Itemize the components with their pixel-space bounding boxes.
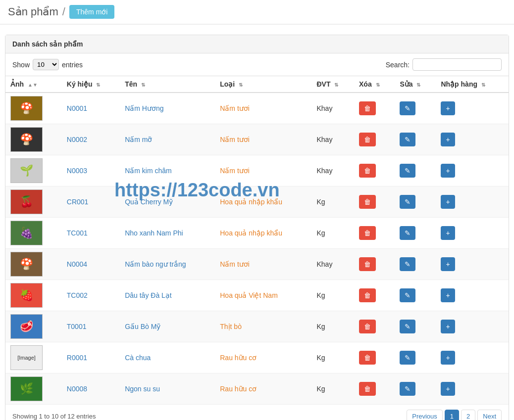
edit-button[interactable]: ✎ xyxy=(400,164,415,178)
delete-button[interactable]: 🗑 xyxy=(359,164,376,178)
import-button[interactable]: + xyxy=(441,288,455,302)
add-new-button[interactable]: Thêm mới xyxy=(69,5,114,19)
import-button[interactable]: + xyxy=(441,320,455,333)
cell-nhap-hang: + xyxy=(436,311,509,342)
sort-loai-icon: ⇅ xyxy=(239,82,243,88)
delete-button[interactable]: 🗑 xyxy=(359,133,376,146)
cell-xoa: 🗑 xyxy=(354,124,395,155)
delete-button[interactable]: 🗑 xyxy=(359,288,376,302)
delete-button[interactable]: 🗑 xyxy=(359,382,376,396)
delete-button[interactable]: 🗑 xyxy=(359,320,376,333)
edit-button[interactable]: ✎ xyxy=(400,382,415,396)
cell-image: 🌿 xyxy=(5,373,62,405)
delete-button[interactable]: 🗑 xyxy=(359,195,376,209)
cell-nhap-hang: + xyxy=(436,373,509,405)
cell-sua: ✎ xyxy=(395,311,436,342)
import-button[interactable]: + xyxy=(441,382,455,396)
cell-loai: Hoa quả Việt Nam xyxy=(215,280,311,311)
table-row: 🍄 N0001 Nấm Hương Nấm tươi Khay 🗑 ✎ + xyxy=(5,93,509,124)
header-separator: / xyxy=(62,5,65,18)
col-dvt[interactable]: ĐVT ⇅ xyxy=(311,76,354,93)
cell-ky-hieu: TC001 xyxy=(62,218,120,249)
import-button[interactable]: + xyxy=(441,257,455,271)
cell-xoa: 🗑 xyxy=(354,187,395,218)
import-button[interactable]: + xyxy=(441,351,455,365)
cell-xoa: 🗑 xyxy=(354,280,395,311)
cell-loai: Rau hữu cơ xyxy=(215,342,311,373)
delete-button[interactable]: 🗑 xyxy=(359,101,376,115)
cell-ky-hieu: N0008 xyxy=(62,373,120,405)
edit-button[interactable]: ✎ xyxy=(400,195,415,209)
edit-button[interactable]: ✎ xyxy=(400,351,415,365)
table-row: 🌿 N0008 Ngon su su Rau hữu cơ Kg 🗑 ✎ + xyxy=(5,373,509,405)
cell-ten: Quả Cherry Mỹ xyxy=(120,187,215,218)
cell-image: 🍄 xyxy=(5,249,62,280)
cell-sua: ✎ xyxy=(395,342,436,373)
entries-label: entries xyxy=(62,61,83,69)
delete-button[interactable]: 🗑 xyxy=(359,257,376,271)
cell-xoa: 🗑 xyxy=(354,373,395,405)
cell-sua: ✎ xyxy=(395,373,436,405)
cell-dvt: Kg xyxy=(311,218,354,249)
import-button[interactable]: + xyxy=(441,164,455,178)
cell-image: [Image] xyxy=(5,342,62,373)
cell-ten: Nấm bào ngư trắng xyxy=(120,249,215,280)
page-1-button[interactable]: 1 xyxy=(445,410,459,420)
page-2-button[interactable]: 2 xyxy=(461,410,475,420)
previous-button[interactable]: Previous xyxy=(407,410,443,420)
col-ten[interactable]: Tên ⇅ xyxy=(120,76,215,93)
cell-loai: Hoa quả nhập khẩu xyxy=(215,218,311,249)
table-row: 🥩 T0001 Gấu Bò Mỹ Thịt bò Kg 🗑 ✎ + xyxy=(5,311,509,342)
col-nhap-hang[interactable]: Nhập hàng ⇅ xyxy=(436,76,509,93)
col-sua[interactable]: Sửa ⇅ xyxy=(395,76,436,93)
cell-nhap-hang: + xyxy=(436,342,509,373)
cell-sua: ✎ xyxy=(395,249,436,280)
sort-anh-icon: ▲▼ xyxy=(28,82,38,88)
edit-button[interactable]: ✎ xyxy=(400,101,415,115)
col-loai[interactable]: Loại ⇅ xyxy=(215,76,311,93)
cell-image: 🍄 xyxy=(5,124,62,155)
edit-button[interactable]: ✎ xyxy=(400,133,415,146)
show-label: Show xyxy=(12,61,30,69)
cell-image: 🍄 xyxy=(5,93,62,124)
col-ky-hieu[interactable]: Ký hiệu ⇅ xyxy=(62,76,120,93)
import-button[interactable]: + xyxy=(441,133,455,146)
table-footer: Showing 1 to 10 of 12 entries Previous 1… xyxy=(5,405,509,420)
pagination: Previous 1 2 Next xyxy=(407,410,502,420)
col-anh[interactable]: Ảnh ▲▼ xyxy=(5,76,62,93)
cell-dvt: Kg xyxy=(311,311,354,342)
cell-nhap-hang: + xyxy=(436,155,509,187)
cell-dvt: Khay xyxy=(311,93,354,124)
entries-select[interactable]: 10 25 50 100 xyxy=(33,59,59,70)
cell-ten: Nho xanh Nam Phi xyxy=(120,218,215,249)
edit-button[interactable]: ✎ xyxy=(400,288,415,302)
sort-sua-icon: ⇅ xyxy=(416,82,420,88)
page-header: Sản phẩm / Thêm mới xyxy=(0,0,514,25)
col-xoa[interactable]: Xóa ⇅ xyxy=(354,76,395,93)
edit-button[interactable]: ✎ xyxy=(400,257,415,271)
cell-xoa: 🗑 xyxy=(354,93,395,124)
import-button[interactable]: + xyxy=(441,195,455,209)
showing-info: Showing 1 to 10 of 12 entries xyxy=(12,413,96,420)
cell-ky-hieu: N0003 xyxy=(62,155,120,187)
cell-ky-hieu: TC002 xyxy=(62,280,120,311)
cell-image: 🍒 xyxy=(5,187,62,218)
cell-dvt: Kg xyxy=(311,373,354,405)
main-content-area: Danh sách sản phẩm Show 10 25 50 100 ent… xyxy=(5,35,509,420)
import-button[interactable]: + xyxy=(441,226,455,240)
cell-nhap-hang: + xyxy=(436,249,509,280)
cell-dvt: Khay xyxy=(311,249,354,280)
table-controls: Show 10 25 50 100 entries Search: xyxy=(5,53,509,76)
section-title: Danh sách sản phẩm xyxy=(5,35,509,53)
search-input[interactable] xyxy=(412,58,502,71)
import-button[interactable]: + xyxy=(441,101,455,115)
delete-button[interactable]: 🗑 xyxy=(359,351,376,365)
cell-sua: ✎ xyxy=(395,280,436,311)
delete-button[interactable]: 🗑 xyxy=(359,226,376,240)
cell-loai: Nấm tươi xyxy=(215,124,311,155)
edit-button[interactable]: ✎ xyxy=(400,226,415,240)
edit-button[interactable]: ✎ xyxy=(400,320,415,333)
cell-ky-hieu: T0001 xyxy=(62,311,120,342)
next-button[interactable]: Next xyxy=(477,410,502,420)
search-label: Search: xyxy=(386,61,410,69)
